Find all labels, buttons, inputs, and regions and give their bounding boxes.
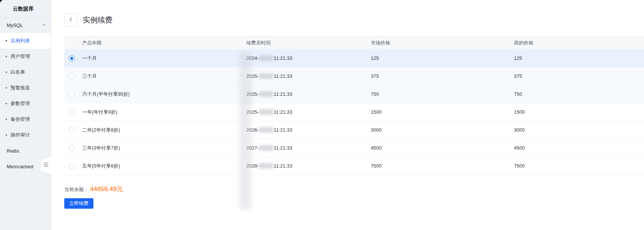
sidebar-item-alert-push[interactable]: 预警推送 xyxy=(0,80,51,96)
market-price-cell: 375 xyxy=(371,73,514,79)
column-header-market-price: 市场价格 xyxy=(371,40,514,46)
redacted-date xyxy=(259,91,273,97)
sidebar-item-label: 备份管理 xyxy=(10,116,30,123)
table-row[interactable]: 五年(5年付享6折) 2029-11:21:33 7500 7500 xyxy=(64,157,644,175)
my-price-cell: 125 xyxy=(514,55,644,61)
bullet-icon xyxy=(6,119,7,120)
sidebar-item-label: 用户管理 xyxy=(10,53,30,60)
radio-button[interactable] xyxy=(69,145,75,151)
sidebar-item-label: 参数管理 xyxy=(10,100,30,107)
my-price-cell: 3000 xyxy=(514,127,644,133)
radio-button[interactable] xyxy=(69,163,75,169)
table-row[interactable]: 三个月 2025-11:21:33 375 375 xyxy=(64,67,644,85)
sidebar-item-operation-audit[interactable]: 操作审计 xyxy=(0,127,51,143)
market-price-cell: 125 xyxy=(371,55,514,61)
my-price-cell: 4500 xyxy=(514,145,644,151)
redacted-date xyxy=(259,127,273,133)
redacted-date xyxy=(259,145,273,151)
market-price-cell: 3000 xyxy=(371,127,514,133)
sidebar-group-mysql[interactable]: MySQL xyxy=(0,17,51,33)
column-header-renew-date: 续费后时间 xyxy=(246,40,371,46)
table-row[interactable]: 六个月(半年付享95折) 2025-11:21:33 750 750 xyxy=(64,85,644,103)
duration-cell: 三个月 xyxy=(82,73,246,80)
chevron-up-icon xyxy=(42,23,46,27)
date-cell: 2025-11:21:33 xyxy=(246,73,371,79)
my-price-cell: 1500 xyxy=(514,109,644,115)
sidebar-item-whitelist[interactable]: 白名单 xyxy=(0,64,51,80)
my-price-cell: 375 xyxy=(514,73,644,79)
balance-row: 当前余额： 44659.49元 xyxy=(64,185,123,193)
bullet-icon xyxy=(6,40,7,42)
bullet-icon xyxy=(6,56,7,57)
duration-cell: 六个月(半年付享95折) xyxy=(82,91,246,98)
sidebar-item-label: 预警推送 xyxy=(10,85,30,91)
redacted-date xyxy=(259,73,273,79)
sidebar-group-redis[interactable]: Redis xyxy=(0,143,51,159)
sidebar-item-parameter-management[interactable]: 参数管理 xyxy=(0,96,51,111)
renew-now-button[interactable]: 立即续费 xyxy=(64,198,93,209)
bullet-icon xyxy=(6,87,7,89)
market-price-cell: 4500 xyxy=(371,145,514,151)
radio-button[interactable] xyxy=(69,73,75,79)
table-header-row: 产品年限 续费后时间 市场价格 我的价格 xyxy=(64,36,644,49)
app-window: 云数据库 MySQL 实例列表 用户管理 白名单 预警推送 参数管理 xyxy=(0,0,644,230)
redacted-date xyxy=(259,55,273,61)
sidebar-item-label: 实例列表 xyxy=(10,37,30,44)
market-price-cell: 750 xyxy=(371,91,514,97)
date-cell: 2026-11:21:33 xyxy=(246,127,371,133)
bullet-icon xyxy=(6,134,7,136)
sidebar-item-label: 操作审计 xyxy=(10,132,30,138)
sidebar-group-redis-label: Redis xyxy=(7,148,19,154)
radio-button[interactable] xyxy=(69,127,75,133)
sidebar-item-instance-list[interactable]: 实例列表 xyxy=(0,33,51,49)
duration-cell: 一年(年付享9折) xyxy=(82,109,246,116)
page-title: 实例续费 xyxy=(83,15,113,25)
sidebar: 云数据库 MySQL 实例列表 用户管理 白名单 预警推送 参数管理 xyxy=(0,0,51,230)
sidebar-group-mysql-label: MySQL xyxy=(7,22,23,28)
sidebar-item-backup-management[interactable]: 备份管理 xyxy=(0,111,51,127)
redacted-date xyxy=(259,163,273,169)
sidebar-title: 云数据库 xyxy=(0,0,51,17)
date-cell: 2024-11:21:33 xyxy=(246,55,371,61)
duration-cell: 一个月 xyxy=(82,55,246,62)
redacted-date xyxy=(259,109,273,115)
market-price-cell: 1500 xyxy=(371,109,514,115)
table-row[interactable]: 三年(3年付享7折) 2027-11:21:33 4500 4500 xyxy=(64,139,644,157)
chevron-left-icon xyxy=(69,17,73,24)
my-price-cell: 7500 xyxy=(514,163,644,169)
radio-button[interactable] xyxy=(69,55,75,61)
sidebar-item-label: 白名单 xyxy=(10,69,25,76)
menu-fold-icon xyxy=(43,162,49,169)
date-cell: 2029-11:21:33 xyxy=(246,163,371,169)
column-header-my-price: 我的价格 xyxy=(514,40,644,46)
back-button[interactable] xyxy=(64,13,77,27)
date-cell: 2025-11:21:33 xyxy=(246,91,371,97)
market-price-cell: 7500 xyxy=(371,163,514,169)
sidebar-item-user-management[interactable]: 用户管理 xyxy=(0,49,51,64)
sidebar-group-memcached-label: Memcached xyxy=(7,164,33,169)
radio-button[interactable] xyxy=(69,91,75,97)
duration-cell: 二年(2年付享8折) xyxy=(82,127,246,134)
radio-button[interactable] xyxy=(69,109,75,115)
duration-cell: 三年(3年付享7折) xyxy=(82,145,246,151)
page-header: 实例续费 xyxy=(64,13,113,27)
bullet-icon xyxy=(6,71,7,73)
balance-label: 当前余额： xyxy=(64,186,89,193)
table-row[interactable]: 一年(年付享9折) 2025-11:21:33 1500 1500 xyxy=(64,103,644,121)
balance-value: 44659.49元 xyxy=(90,185,123,193)
main-content: 实例续费 产品年限 续费后时间 市场价格 我的价格 一个月 2024-11:21… xyxy=(51,0,644,230)
table-row[interactable]: 二年(2年付享8折) 2026-11:21:33 3000 3000 xyxy=(64,121,644,139)
date-cell: 2027-11:21:33 xyxy=(246,145,371,151)
my-price-cell: 750 xyxy=(514,91,644,97)
table-row[interactable]: 一个月 2024-11:21:33 125 125 xyxy=(64,49,644,67)
date-cell: 2025-11:21:33 xyxy=(246,109,371,115)
duration-cell: 五年(5年付享6折) xyxy=(82,163,246,169)
bullet-icon xyxy=(6,103,7,104)
column-header-duration: 产品年限 xyxy=(82,40,246,46)
renewal-table: 产品年限 续费后时间 市场价格 我的价格 一个月 2024-11:21:33 1… xyxy=(64,36,644,175)
